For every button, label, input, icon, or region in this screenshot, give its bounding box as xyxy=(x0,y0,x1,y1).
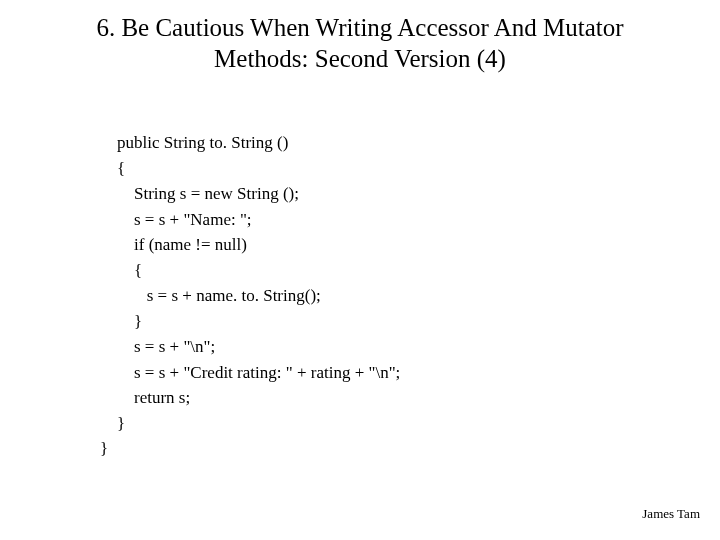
title-line-2: Methods: Second Version (4) xyxy=(214,45,506,72)
title-line-1: 6. Be Cautious When Writing Accessor And… xyxy=(96,14,623,41)
slide-title: 6. Be Cautious When Writing Accessor And… xyxy=(0,0,720,75)
footer-author: James Tam xyxy=(642,506,700,522)
code-block: public String to. String () { String s =… xyxy=(100,130,400,462)
slide: 6. Be Cautious When Writing Accessor And… xyxy=(0,0,720,540)
